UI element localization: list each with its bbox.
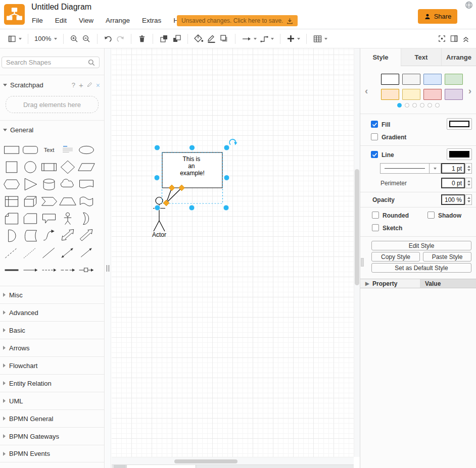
line-style-caret[interactable] <box>429 164 441 173</box>
shape-line[interactable] <box>39 244 58 262</box>
perimeter-field[interactable]: 0 pt <box>441 178 465 188</box>
scratchpad-help-icon[interactable]: ? <box>72 81 75 89</box>
zoom-out-button[interactable] <box>80 32 92 45</box>
shape-bidirectional-connector[interactable] <box>58 244 77 262</box>
format-panel-collapse-handle[interactable] <box>361 258 364 267</box>
menu-arrange[interactable]: Arrange <box>106 17 130 24</box>
shape-internal-storage[interactable] <box>2 193 21 210</box>
presets-prev-icon[interactable]: ‹ <box>365 85 368 96</box>
shape-arrow-edge[interactable] <box>21 262 39 279</box>
waypoint-style-button[interactable] <box>258 32 275 45</box>
vertical-scrollbar[interactable] <box>354 48 360 457</box>
zoom-level-dropdown[interactable]: 100% <box>33 32 59 45</box>
fit-page-button[interactable] <box>436 32 448 45</box>
scratchpad-dropzone[interactable]: Drag elements here <box>6 96 99 113</box>
shape-cube[interactable] <box>21 193 39 210</box>
diagram-canvas[interactable]: This is an example! Actor <box>112 48 354 457</box>
horizontal-scrollbar-thumb[interactable] <box>174 459 237 463</box>
line-color-button[interactable] <box>205 32 218 45</box>
shape-text[interactable]: Text <box>39 141 58 159</box>
style-swatch-2[interactable] <box>423 74 442 85</box>
menu-file[interactable]: File <box>32 17 43 24</box>
collapse-toolbar-button[interactable] <box>460 32 472 45</box>
sidebar-section-uml[interactable]: UML <box>0 392 104 409</box>
view-panels-button[interactable] <box>6 32 23 45</box>
sidebar-section-flowchart[interactable]: Flowchart <box>0 356 104 374</box>
tab-arrange[interactable]: Arrange <box>441 48 476 66</box>
menu-edit[interactable]: Edit <box>55 17 67 24</box>
edit-style-button[interactable]: Edit Style <box>371 241 471 250</box>
shape-and[interactable] <box>2 227 21 244</box>
to-back-button[interactable] <box>170 32 183 45</box>
table-button[interactable] <box>311 32 329 45</box>
shape-diamond[interactable] <box>58 159 77 176</box>
fill-color-button[interactable] <box>193 32 205 45</box>
pager-dot-4[interactable] <box>427 103 432 108</box>
style-swatch-4[interactable] <box>381 89 399 100</box>
line-color-swatch-button[interactable] <box>447 148 472 160</box>
rounded-checkbox[interactable] <box>372 212 379 219</box>
shape-trapezoid[interactable] <box>58 193 77 210</box>
shape-directional-connector[interactable] <box>77 244 96 262</box>
sidebar-section-misc[interactable]: Misc <box>0 286 104 303</box>
pager-dot-1[interactable] <box>405 103 409 108</box>
rectangle-shape[interactable]: This is an example! <box>162 152 222 188</box>
sidebar-section-advanced[interactable]: Advanced <box>0 303 104 321</box>
sidebar-section-arrows[interactable]: Arrows <box>0 339 104 356</box>
sidebar-section-basic[interactable]: Basic <box>0 321 104 339</box>
share-button[interactable]: Share <box>418 9 457 24</box>
shadow-checkbox[interactable] <box>427 212 435 219</box>
line-checkbox[interactable] <box>371 151 378 158</box>
opacity-field[interactable]: 100 % <box>441 194 465 205</box>
shape-note[interactable] <box>2 210 21 227</box>
language-globe-icon[interactable] <box>465 1 473 11</box>
shape-callout[interactable] <box>39 210 58 227</box>
style-swatch-3[interactable] <box>445 74 463 85</box>
perimeter-stepper[interactable] <box>465 178 472 188</box>
shape-labeled-edge[interactable] <box>77 262 96 279</box>
rotate-handle-icon[interactable] <box>229 139 237 145</box>
shape-process[interactable] <box>39 159 58 176</box>
shape-parallelogram[interactable] <box>77 159 96 176</box>
shape-dotted-edge[interactable] <box>58 262 77 279</box>
style-swatch-1[interactable] <box>402 74 420 85</box>
tab-style[interactable]: Style <box>360 48 401 66</box>
style-swatch-5[interactable] <box>402 89 420 100</box>
insert-button[interactable] <box>285 32 302 45</box>
pager-dot-3[interactable] <box>420 103 424 108</box>
tab-text[interactable]: Text <box>401 48 441 66</box>
scratchpad-close-icon[interactable]: × <box>96 81 100 89</box>
scratchpad-add-icon[interactable]: + <box>79 81 83 89</box>
shape-cylinder[interactable] <box>39 176 58 193</box>
line-style-dropdown[interactable] <box>380 163 441 174</box>
scratchpad-edit-icon[interactable] <box>87 81 92 89</box>
search-icon[interactable] <box>88 59 95 68</box>
edge[interactable] <box>166 188 182 203</box>
expand-properties-icon[interactable]: ▶ <box>365 281 369 286</box>
pager-dot-5[interactable] <box>435 103 440 108</box>
connection-style-button[interactable] <box>240 32 258 45</box>
property-table-header[interactable]: ▶ Property Value <box>360 279 476 288</box>
copy-style-button[interactable]: Copy Style <box>371 252 420 262</box>
undo-button[interactable] <box>102 32 114 45</box>
shape-square[interactable] <box>2 159 21 176</box>
line-width-field[interactable]: 1 pt <box>441 163 465 174</box>
pager-dot-2[interactable] <box>412 103 417 108</box>
sketch-checkbox[interactable] <box>372 224 379 231</box>
unsaved-changes-button[interactable]: Unsaved changes. Click here to save. <box>177 15 298 26</box>
shape-dashed-line[interactable] <box>2 244 21 262</box>
menu-view[interactable]: View <box>79 17 93 24</box>
shape-curve[interactable] <box>39 227 58 244</box>
fill-checkbox[interactable] <box>371 121 378 128</box>
sidebar-section-bpmn-general[interactable]: BPMN General <box>0 409 104 427</box>
shape-ellipse[interactable] <box>77 141 96 159</box>
zoom-in-button[interactable] <box>68 32 80 45</box>
sidebar-section-bpmn-events[interactable]: BPMN Events <box>0 445 104 462</box>
shape-hexagon[interactable] <box>2 176 21 193</box>
shape-dashed-edge[interactable] <box>39 262 58 279</box>
format-panel-toggle-button[interactable] <box>448 32 460 45</box>
general-section-header[interactable]: General <box>0 121 104 138</box>
to-front-button[interactable] <box>158 32 170 45</box>
scratchpad-header[interactable]: Scratchpad ? + × <box>0 75 104 94</box>
fill-color-swatch-button[interactable] <box>447 118 472 130</box>
